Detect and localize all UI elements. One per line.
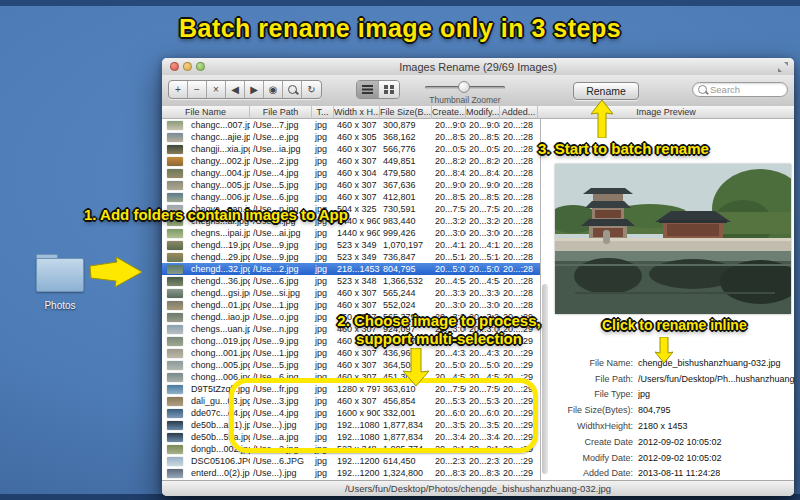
title-bar[interactable]: Images Rename (29/69 Images) <box>162 58 794 76</box>
table-row[interactable]: chengd...01.jpg/Use...1.jpgjpg460 x 3075… <box>162 299 540 311</box>
table-row[interactable]: chengd...29.jpg/Use...9.jpgjpg523 x 3497… <box>162 251 540 263</box>
thumbnail-image <box>167 145 183 154</box>
previous-button[interactable]: ◀ <box>226 81 245 98</box>
field-value: 2012-09-02 10:05:02 <box>638 453 722 463</box>
cell-dims: 460 x 304 <box>334 167 380 179</box>
cell-create: 20...5:02 <box>432 263 466 275</box>
photos-folder-icon[interactable] <box>36 254 84 296</box>
thumbnail-image <box>167 325 183 334</box>
row-thumbnail <box>162 443 188 455</box>
cell-create: 20...3:06 <box>432 227 466 239</box>
table-row[interactable]: chengd...36.jpg/Use...6.jpgjpg523 x 3481… <box>162 275 540 287</box>
annotation-step1: 1. Add folders contain images to App <box>84 206 348 223</box>
cell-name: chengs...uan.jpg <box>188 323 250 335</box>
cell-modify: 20...3:06 <box>466 227 500 239</box>
table-row[interactable]: changy...006.jpg/Use...6.jpgjpg460 x 307… <box>162 191 540 203</box>
remove-button[interactable]: − <box>188 81 207 98</box>
cell-dims: 523 x 349 <box>334 239 380 251</box>
table-row[interactable]: chegns...ipai.jpg/Use...ai.jpgjpg1440 x … <box>162 227 540 239</box>
search-button[interactable] <box>283 81 302 98</box>
field-label: Added Date: <box>541 468 638 478</box>
list-view-button[interactable] <box>357 81 378 98</box>
annotation-step3: 3. Start to batch rename <box>538 140 709 157</box>
cell-added: 20...:28 <box>500 203 538 215</box>
remove-icon: − <box>194 84 200 95</box>
row-thumbnail <box>162 419 188 431</box>
table-row[interactable]: chengd...19.jpg/Use...9.jpgjpg523 x 3491… <box>162 239 540 251</box>
column-header-2[interactable]: T... <box>312 106 334 119</box>
rename-button[interactable]: Rename <box>573 82 639 100</box>
add-button[interactable]: + <box>169 81 188 98</box>
thumbnail-image <box>167 277 183 286</box>
cell-dims: 460 x 307 <box>334 155 380 167</box>
row-thumbnail <box>162 191 188 203</box>
field-label: File Name: <box>541 358 638 368</box>
cell-size: 368,162 <box>380 131 432 143</box>
row-thumbnail <box>162 251 188 263</box>
folder-label: Photos <box>24 300 96 311</box>
table-row[interactable]: changji...xia.jpg/Use...ia.jpgjpg460 x 3… <box>162 143 540 155</box>
cell-create: 20...4:54 <box>432 275 466 287</box>
table-row[interactable]: changc...007.jpg/Use...7.jpgjpg460 x 307… <box>162 119 540 131</box>
column-header-5[interactable]: Create... <box>432 106 466 119</box>
table-row[interactable]: chengd...32.jpg/Use...2.jpgjpg218...1453… <box>162 263 540 275</box>
cell-size: 999,426 <box>380 227 432 239</box>
table-row[interactable]: changy...005.jpg/Use...5.jpgjpg460 x 307… <box>162 179 540 191</box>
delete-button[interactable]: × <box>207 81 226 98</box>
cell-added: 20...:28 <box>500 167 538 179</box>
refresh-button[interactable]: ↻ <box>302 81 321 98</box>
metadata-field: File Size(Bytes):804,795 <box>541 402 795 418</box>
cell-create: 20...3:06 <box>432 299 466 311</box>
table-row[interactable]: chengd...gsi.jpg/Use...si.jpgjpg460 x 30… <box>162 287 540 299</box>
next-button[interactable]: ▶ <box>245 81 264 98</box>
grid-view-button[interactable] <box>378 81 399 98</box>
table-row[interactable]: chong...001.jpg/Use...1.jpgjpg460 x 3074… <box>162 347 540 359</box>
cell-create: 20...0:58 <box>432 143 466 155</box>
column-header-3[interactable]: Width x H... <box>334 106 380 119</box>
cell-path: /Use...6.JPG <box>250 455 312 467</box>
cell-create: 20...8:52 <box>432 191 466 203</box>
search-icon <box>288 85 297 94</box>
cell-size: 736,847 <box>380 251 432 263</box>
cell-size: 804,795 <box>380 263 432 275</box>
metadata-field: Added Date:2013-08-11 11:24:28 <box>541 466 795 482</box>
cell-modify: 20...3:20 <box>466 215 500 227</box>
table-row[interactable]: DSC05106.JPG/Use...6.JPGjpg192...1200614… <box>162 455 540 467</box>
cell-create: 20...4:32 <box>432 347 466 359</box>
row-thumbnail <box>162 263 188 275</box>
view-toggle <box>356 80 400 99</box>
thumbnail-image <box>167 421 183 430</box>
thumbnail-image <box>167 349 183 358</box>
column-header-1[interactable]: File Path <box>250 106 312 119</box>
table-row[interactable]: changy...004.jpg/Use...4.jpgjpg460 x 304… <box>162 167 540 179</box>
table-row[interactable]: changc...ajie.jpg/Use...e.jpgjpg460 x 30… <box>162 131 540 143</box>
preview-eye-button[interactable]: ◉ <box>264 81 283 98</box>
annotation-inline-hint: Click to rename inline <box>602 317 747 333</box>
metadata-field: File Type:jpg <box>541 387 795 403</box>
cell-added: 20...:29 <box>500 455 538 467</box>
table-row[interactable]: changy...002.jpg/Use...2.jpgjpg460 x 307… <box>162 155 540 167</box>
window-title: Images Rename (29/69 Images) <box>162 61 794 73</box>
row-thumbnail <box>162 359 188 371</box>
table-row[interactable]: enterd...0(2).jpg/Use...).jpgjpg192...12… <box>162 467 540 479</box>
column-header-7[interactable]: Added... <box>500 106 538 119</box>
search-field[interactable]: Search <box>692 82 788 97</box>
column-header-4[interactable]: File Size(B... <box>380 106 432 119</box>
column-header-8[interactable]: Image Preview <box>538 106 794 119</box>
cell-dims: 218...1453 <box>334 263 380 275</box>
cell-type: jpg <box>312 275 334 287</box>
cell-dims: 523 x 349 <box>334 251 380 263</box>
fullscreen-icon[interactable] <box>778 62 788 72</box>
column-header-0[interactable]: File Name <box>162 106 250 119</box>
table-row[interactable]: chong...005.jpg/Use...5.jpgjpg460 x 3073… <box>162 359 540 371</box>
cell-size: 1,324,800 <box>380 467 432 479</box>
column-header-6[interactable]: Modify... <box>466 106 500 119</box>
cell-path: /Use...n.jpg <box>250 323 312 335</box>
slider-knob[interactable] <box>458 81 470 93</box>
row-thumbnail <box>162 275 188 287</box>
rename-arrow-icon <box>591 100 613 138</box>
cell-name: changc...ajie.jpg <box>188 131 250 143</box>
field-value: 2012-09-02 10:05:02 <box>638 437 722 447</box>
thumbnail-zoomer-slider[interactable] <box>425 86 505 89</box>
cell-create: 20...9:00 <box>432 179 466 191</box>
